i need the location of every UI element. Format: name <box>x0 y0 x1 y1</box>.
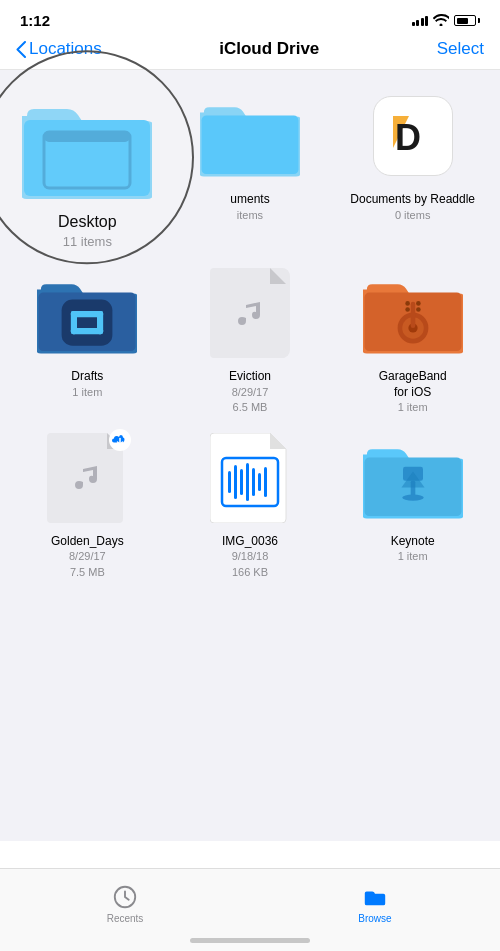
svg-rect-32 <box>264 467 267 497</box>
eviction-file-icon <box>210 268 290 358</box>
documents-icon-wrap <box>195 86 305 186</box>
keynote-meta: 1 item <box>398 549 428 564</box>
svg-point-36 <box>402 494 424 500</box>
drafts-icon-wrap <box>32 263 142 363</box>
golden-days-file-icon <box>47 433 127 523</box>
eviction-icon-wrap <box>195 263 305 363</box>
signal-icon <box>412 16 429 26</box>
nav-title: iCloud Drive <box>219 39 319 59</box>
grid-item-readdle[interactable]: D Documents by Readdle 0 items <box>337 86 488 251</box>
svg-point-20 <box>416 301 421 306</box>
eviction-name: Eviction <box>229 369 271 385</box>
desktop-icon-wrap <box>17 86 157 206</box>
grid-item-garageband[interactable]: GarageBandfor iOS 1 item <box>337 263 488 416</box>
svg-rect-31 <box>258 473 261 491</box>
keynote-name: Keynote <box>391 534 435 550</box>
drafts-folder-icon <box>37 272 137 354</box>
keynote-icon-wrap <box>358 428 468 528</box>
svg-point-21 <box>405 307 410 312</box>
svg-rect-30 <box>252 468 255 496</box>
wifi-icon <box>433 13 449 29</box>
svg-rect-9 <box>62 300 113 346</box>
grid-item-drafts[interactable]: Drafts 1 item <box>12 263 163 416</box>
golden-days-meta: 8/29/177.5 MB <box>69 549 106 580</box>
browse-icon <box>362 884 388 910</box>
golden-days-name: Golden_Days <box>51 534 124 550</box>
back-label: Locations <box>29 39 102 59</box>
eviction-meta: 8/29/176.5 MB <box>232 385 269 416</box>
svg-rect-2 <box>44 132 130 142</box>
svg-rect-13 <box>71 328 103 334</box>
desktop-name: Desktop <box>58 212 117 233</box>
img0036-icon-wrap <box>195 428 305 528</box>
documents-meta: items <box>237 208 263 223</box>
file-grid-container: Desktop 11 items uments items <box>0 70 500 841</box>
garageband-name: GarageBandfor iOS <box>379 369 447 400</box>
back-button[interactable]: Locations <box>16 39 102 59</box>
desktop-meta: 11 items <box>63 233 112 251</box>
recents-label: Recents <box>107 913 144 924</box>
status-time: 1:12 <box>20 12 50 29</box>
svg-rect-27 <box>234 465 237 499</box>
img0036-meta: 9/18/18166 KB <box>232 549 269 580</box>
grid-item-documents[interactable]: uments items <box>175 86 326 251</box>
grid-item-golden-days[interactable]: Golden_Days 8/29/177.5 MB <box>12 428 163 580</box>
file-grid: Desktop 11 items uments items <box>12 86 488 592</box>
garageband-folder-icon <box>363 272 463 354</box>
select-button[interactable]: Select <box>437 39 484 59</box>
garageband-icon-wrap <box>358 263 468 363</box>
svg-rect-12 <box>71 311 103 317</box>
readdle-icon-wrap: D <box>358 86 468 186</box>
drafts-name: Drafts <box>71 369 103 385</box>
grid-item-keynote[interactable]: Keynote 1 item <box>337 428 488 580</box>
desktop-folder-icon <box>22 94 152 199</box>
svg-rect-3 <box>202 116 299 174</box>
status-icons <box>412 13 481 29</box>
svg-rect-26 <box>228 471 231 493</box>
garageband-meta: 1 item <box>398 400 428 415</box>
svg-text:D: D <box>395 117 421 158</box>
svg-rect-18 <box>410 302 415 328</box>
readdle-name: Documents by Readdle <box>350 192 475 208</box>
readdle-meta: 0 items <box>395 208 430 223</box>
nav-bar: Locations iCloud Drive Select <box>0 33 500 70</box>
drafts-meta: 1 item <box>72 385 102 400</box>
tab-browse[interactable]: Browse <box>250 869 500 931</box>
golden-days-icon-wrap <box>32 428 142 528</box>
documents-name: uments <box>230 192 269 208</box>
svg-point-22 <box>416 307 421 312</box>
svg-rect-28 <box>240 469 243 495</box>
home-indicator <box>190 938 310 943</box>
recents-icon <box>112 884 138 910</box>
svg-rect-29 <box>246 463 249 501</box>
readdle-app-icon: D <box>373 96 453 176</box>
grid-item-eviction[interactable]: Eviction 8/29/176.5 MB <box>175 263 326 416</box>
svg-point-19 <box>405 301 410 306</box>
img0036-name: IMG_0036 <box>222 534 278 550</box>
grid-item-img0036[interactable]: IMG_0036 9/18/18166 KB <box>175 428 326 580</box>
grid-item-desktop[interactable]: Desktop 11 items <box>12 86 163 251</box>
keynote-folder-icon <box>363 437 463 519</box>
battery-icon <box>454 15 480 26</box>
img0036-file-icon <box>210 433 290 523</box>
tab-recents[interactable]: Recents <box>0 869 250 931</box>
status-bar: 1:12 <box>0 0 500 33</box>
documents-folder-icon <box>200 95 300 177</box>
browse-label: Browse <box>358 913 391 924</box>
